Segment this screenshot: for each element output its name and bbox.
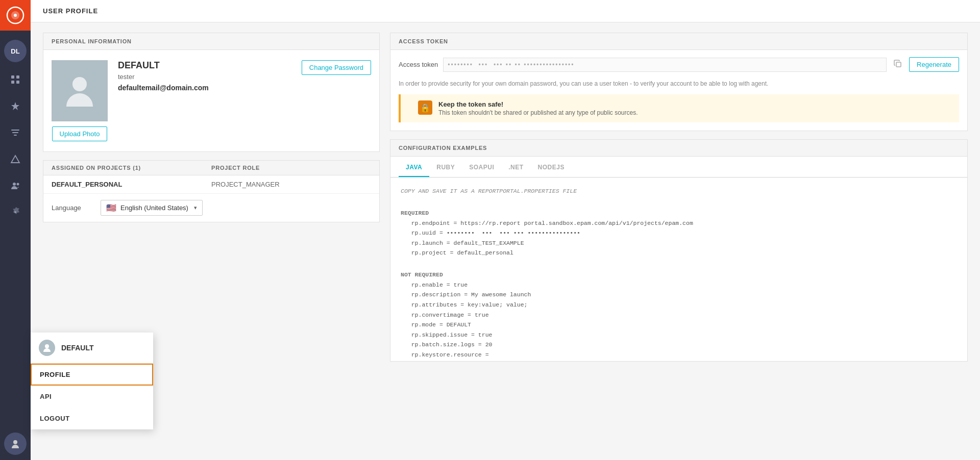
user-username: tester (118, 73, 209, 81)
svg-point-11 (72, 77, 87, 91)
dashboard-icon[interactable] (4, 68, 27, 91)
config-tab-soapui[interactable]: SOAPUI (462, 159, 501, 177)
access-token-header: ACCESS TOKEN (390, 33, 967, 50)
access-token-section: ACCESS TOKEN Access token Regenerate In … (390, 33, 968, 131)
debug-icon[interactable] (4, 148, 27, 170)
svg-point-10 (13, 440, 17, 444)
dropdown-avatar (39, 340, 55, 356)
table-row: DEFAULT_PERSONAL PROJECT_MANAGER (43, 175, 379, 194)
token-description: In order to provide security for your ow… (390, 79, 967, 94)
config-tab-nodejs[interactable]: NODEJS (531, 159, 572, 177)
user-avatar-button[interactable]: DL (4, 40, 27, 62)
config-tab-java[interactable]: JAVA (399, 159, 429, 177)
page-header: USER PROFILE (31, 0, 980, 22)
dropdown-item-profile[interactable]: PROFILE (31, 364, 153, 386)
warning-title: Keep the token safe! (438, 100, 638, 108)
page-content: PERSONAL INFORMATION Upload Photo (31, 22, 980, 460)
dropdown-username: DEFAULT (61, 344, 94, 352)
user-avatar (52, 60, 108, 121)
config-tab-.net[interactable]: .NET (501, 159, 530, 177)
app-logo (0, 0, 31, 31)
svg-rect-6 (16, 81, 19, 84)
copy-token-button[interactable] (892, 58, 904, 71)
language-select[interactable]: 🇺🇸 English (United States) ▾ (101, 200, 203, 216)
svg-rect-5 (11, 81, 14, 84)
sidebar-bottom (4, 432, 27, 460)
project-role: PROJECT_MANAGER (211, 181, 371, 188)
warning-body: This token shouldn't be shared or publis… (438, 109, 638, 116)
personal-info-header: PERSONAL INFORMATION (43, 33, 379, 50)
access-token-label: Access token (399, 61, 438, 68)
projects-col-role: PROJECT ROLE (211, 165, 371, 171)
personal-info-section: PERSONAL INFORMATION Upload Photo (43, 33, 380, 152)
flag-icon: 🇺🇸 (106, 203, 116, 213)
config-examples-section: CONFIGURATION EXAMPLES JAVARUBYSOAPUI.NE… (390, 139, 968, 362)
svg-point-8 (13, 183, 16, 186)
personal-info-body: Upload Photo DEFAULT tester defaultemail… (43, 50, 379, 151)
user-dropdown: DEFAULT PROFILEAPILOGOUT (31, 333, 153, 429)
svg-point-9 (17, 183, 19, 186)
regenerate-button[interactable]: Regenerate (909, 57, 959, 72)
right-panel: ACCESS TOKEN Access token Regenerate In … (390, 33, 968, 450)
upload-photo-button[interactable]: Upload Photo (52, 126, 108, 141)
change-password-button[interactable]: Change Password (302, 60, 371, 75)
dropdown-header: DEFAULT (31, 333, 153, 364)
config-code: COPY AND SAVE IT AS A REPORTPORTAL.PROPE… (390, 177, 967, 361)
config-tabs: JAVARUBYSOAPUI.NETNODEJS (390, 159, 967, 177)
members-icon[interactable] (4, 174, 27, 197)
warning-text: Keep the token safe! This token shouldn'… (438, 100, 638, 116)
settings-icon[interactable] (4, 201, 27, 223)
svg-rect-3 (11, 75, 14, 79)
config-tab-ruby[interactable]: RUBY (429, 159, 462, 177)
user-info: DEFAULT tester defaultemail@domain.com C… (118, 60, 371, 99)
sidebar: DL (0, 0, 31, 460)
user-email: defaultemail@domain.com (118, 84, 209, 92)
svg-point-2 (14, 14, 17, 17)
launches-icon[interactable] (4, 95, 27, 117)
user-fullname: DEFAULT (118, 60, 209, 71)
filters-icon[interactable] (4, 121, 27, 144)
svg-point-13 (45, 344, 49, 348)
projects-table-header: ASSIGNED ON PROJECTS (1) PROJECT ROLE (43, 161, 379, 175)
access-token-row: Access token Regenerate (390, 50, 967, 79)
projects-col-name: ASSIGNED ON PROJECTS (1) (52, 165, 211, 171)
language-value: English (United States) (120, 204, 190, 212)
chevron-down-icon: ▾ (194, 205, 197, 211)
access-token-input[interactable] (443, 58, 887, 72)
svg-marker-7 (11, 156, 19, 163)
dropdown-item-logout[interactable]: LOGOUT (31, 407, 153, 429)
config-examples-header: CONFIGURATION EXAMPLES (390, 140, 967, 157)
dropdown-item-api[interactable]: API (31, 386, 153, 407)
token-warning: 🔒 Keep the token safe! This token should… (399, 94, 959, 122)
lock-icon: 🔒 (418, 100, 432, 115)
projects-section: ASSIGNED ON PROJECTS (1) PROJECT ROLE DE… (43, 160, 380, 222)
main-content: USER PROFILE PERSONAL INFORMATION Upl (31, 0, 980, 460)
sidebar-user-button[interactable] (4, 432, 27, 455)
language-row: Language 🇺🇸 English (United States) ▾ (43, 194, 379, 222)
svg-rect-12 (896, 62, 901, 67)
language-label: Language (52, 204, 92, 212)
project-name: DEFAULT_PERSONAL (52, 181, 211, 188)
page-title: USER PROFILE (43, 7, 968, 15)
svg-rect-4 (16, 75, 19, 79)
